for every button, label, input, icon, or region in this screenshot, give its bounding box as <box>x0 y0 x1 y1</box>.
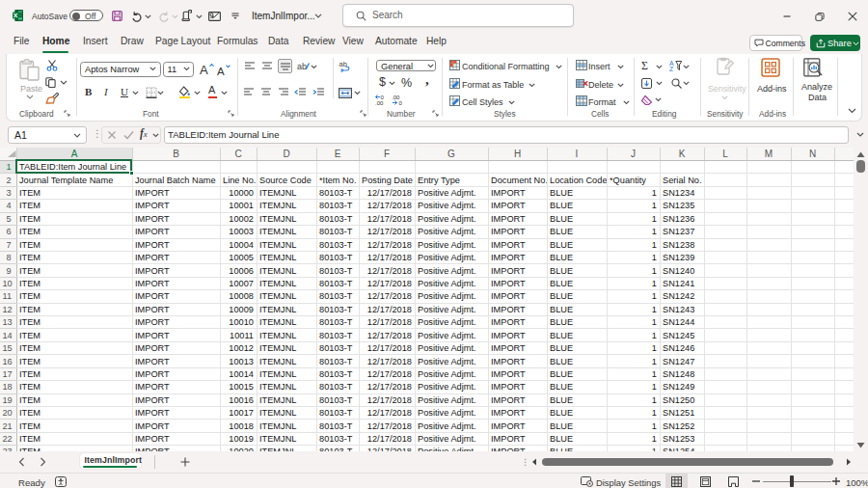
svg-text:A: A <box>217 66 225 76</box>
svg-text:A: A <box>200 63 208 75</box>
svg-text:Z: Z <box>669 66 673 71</box>
svg-text:.00: .00 <box>375 100 384 106</box>
svg-text:ab: ab <box>297 62 307 71</box>
svg-text:0: 0 <box>399 100 403 106</box>
